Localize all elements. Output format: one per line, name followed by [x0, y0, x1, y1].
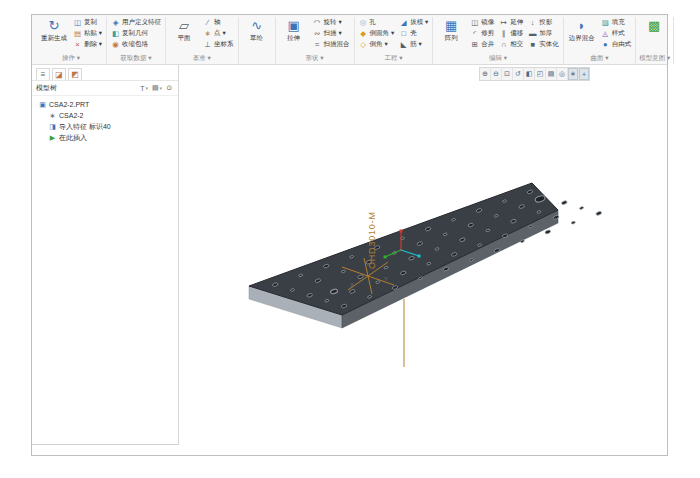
merge-button[interactable]: ⊞合并 — [469, 39, 495, 50]
view-manager-button[interactable]: ▤ — [546, 68, 557, 80]
ribbon-group-shapes: ▣ 拉伸 ◠旋转 ▾ ∾扫描 ▾ ≈扫描混合 形状 ▾ — [276, 17, 355, 64]
group-label-shapes[interactable]: 形状 ▾ — [279, 52, 351, 63]
tab-model-tree[interactable]: ≡ — [36, 68, 50, 80]
offset-button[interactable]: ∥偏移 — [498, 28, 524, 39]
revolve-button[interactable]: ◠旋转 ▾ — [312, 17, 351, 28]
feature-icon: ∗ — [48, 112, 57, 120]
refit-icon: ⊡ — [504, 70, 510, 78]
model-tree-icon: ≡ — [41, 70, 46, 79]
tree-search-button[interactable]: ⊙ — [164, 84, 174, 92]
extrude-icon: ▣ — [287, 17, 299, 34]
zoom-in-button[interactable]: ⊕ — [480, 68, 491, 80]
shell-button[interactable]: □壳 — [398, 28, 429, 39]
project-icon: ↓ — [528, 18, 537, 27]
pattern-button[interactable]: ▦ 阵列 — [436, 17, 466, 42]
tab-folder-browser[interactable]: ◪ — [52, 68, 66, 80]
point-button[interactable]: ∗点 ▾ — [202, 28, 235, 39]
mirror-button[interactable]: ◫镜像 — [469, 17, 495, 28]
freestyle-button[interactable]: ●自由式 — [600, 39, 633, 50]
copy-button[interactable]: ◫复制 — [72, 17, 103, 28]
refit-button[interactable]: ⊡ — [502, 68, 513, 80]
saved-orientations-button[interactable]: ◰ — [535, 68, 546, 80]
model-intent-button[interactable]: ▩ — [639, 17, 669, 34]
datum-display-button[interactable]: ◎ — [557, 68, 568, 80]
ribbon: ↻ 重新生成 ◫复制 ▤粘贴 ▾ ×删除 ▾ 操作 ▾ ◈用户定义特征 ◧复制几… — [32, 15, 667, 65]
draft-button[interactable]: ◢拔模 ▾ — [398, 17, 429, 28]
group-label-engineering[interactable]: 工程 ▾ — [358, 52, 430, 63]
saved-orientations-icon: ◰ — [537, 70, 544, 78]
ribbon-group-get-data: ◈用户定义特征 ◧复制几何 ◉收缩包络 获取数据 ▾ — [107, 17, 166, 64]
tab-favorites[interactable]: ◩ — [68, 68, 82, 80]
zoom-out-button[interactable]: ⊖ — [491, 68, 502, 80]
csys-icon: ⊥ — [203, 40, 212, 49]
spin-center-button[interactable]: + — [579, 68, 589, 80]
chevron-down-icon: ▾ — [145, 85, 148, 91]
csys-button[interactable]: ⊥坐标系 — [202, 39, 235, 50]
intersect-icon: ∩ — [499, 40, 508, 49]
rib-button[interactable]: ◣筋 ▾ — [398, 39, 429, 50]
repaint-button[interactable]: ↺ — [513, 68, 524, 80]
sweep-icon: ∾ — [313, 29, 322, 38]
boundary-blend-icon: ◗ — [578, 17, 586, 34]
pattern-icon: ▦ — [445, 17, 457, 34]
copy-geometry-button[interactable]: ◧复制几何 — [110, 28, 162, 39]
tree-show-button[interactable]: T▾ — [138, 85, 150, 92]
thicken-button[interactable]: ▬加厚 — [527, 28, 560, 39]
paste-button[interactable]: ▤粘贴 ▾ — [72, 28, 103, 39]
zoom-out-icon: ⊖ — [493, 70, 499, 78]
navigator-tabs: ≡ ◪ ◩ — [32, 65, 178, 81]
group-label-get-data[interactable]: 获取数据 ▾ — [110, 52, 162, 63]
style-icon: ◬ — [601, 29, 610, 38]
extrude-button[interactable]: ▣ 拉伸 — [279, 17, 309, 42]
delete-icon: × — [73, 40, 82, 49]
insert-here-icon: ▶ — [48, 134, 57, 142]
solidify-button[interactable]: ■实体化 — [527, 39, 560, 50]
project-button[interactable]: ↓投影 — [527, 17, 560, 28]
annotation-display-icon: ∗ — [570, 70, 576, 78]
sweep-blend-button[interactable]: ≈扫描混合 — [312, 39, 351, 50]
round-button[interactable]: ◆倒圆角 ▾ — [358, 28, 396, 39]
sketch-button[interactable]: ∿ 草绘 — [242, 17, 272, 42]
extend-icon: ↦ — [499, 18, 508, 27]
regenerate-button[interactable]: ↻ 重新生成 — [39, 17, 69, 42]
plane-button[interactable]: ▱ 平面 — [169, 17, 199, 42]
spin-center-icon: + — [582, 71, 586, 78]
udf-button[interactable]: ◈用户定义特征 — [110, 17, 162, 28]
rib-icon: ◣ — [399, 40, 408, 49]
extend-button[interactable]: ↦延伸 — [498, 17, 524, 28]
tree-settings-button[interactable]: ▤▾ — [150, 84, 164, 92]
axis-button[interactable]: ∕轴 — [202, 17, 235, 28]
hole-button[interactable]: ◎孔 — [358, 17, 396, 28]
tree-item-csys[interactable]: ∗CSA2-2 — [34, 110, 176, 121]
shrinkwrap-button[interactable]: ◉收缩包络 — [110, 39, 162, 50]
datum-display-icon: ◎ — [559, 70, 565, 78]
chamfer-button[interactable]: ◇倒角 ▾ — [358, 39, 396, 50]
annotation-display-button[interactable]: ∗ — [568, 68, 579, 80]
copy-geometry-icon: ◧ — [111, 29, 120, 38]
svg-text:Y: Y — [384, 276, 388, 282]
fill-button[interactable]: ▨填充 — [600, 17, 633, 28]
tree-item-insert-here[interactable]: ▶在此插入 — [34, 132, 176, 143]
group-label-model-intent[interactable]: 模型意图 ▾ — [639, 52, 670, 63]
sweep-button[interactable]: ∾扫描 ▾ — [312, 28, 351, 39]
chevron-down-icon: ▾ — [160, 85, 163, 91]
group-label-editing[interactable]: 编辑 ▾ — [436, 52, 560, 63]
model-tree-header: 模型树 T▾ ▤▾ ⊙ — [32, 81, 178, 96]
group-label-surfaces[interactable]: 曲面 ▾ — [567, 52, 633, 63]
group-label-operations[interactable]: 操作 ▾ — [39, 52, 103, 63]
intersect-button[interactable]: ∩相交 — [498, 39, 524, 50]
freestyle-icon: ● — [601, 40, 610, 49]
tree-item-import-feature[interactable]: ◨导入特征 标识40 — [34, 121, 176, 132]
chamfer-icon: ◇ — [359, 40, 368, 49]
ribbon-group-editing: ▦ 阵列 ◫镜像 ◜修剪 ⊞合并 ↦延伸 ∥偏移 ∩相交 ↓投影 ▬加厚 ■实体… — [433, 17, 564, 64]
sweep-blend-icon: ≈ — [313, 40, 322, 49]
trim-button[interactable]: ◜修剪 — [469, 28, 495, 39]
style-button[interactable]: ◬样式 — [600, 28, 633, 39]
group-label-datum[interactable]: 基准 ▾ — [169, 52, 235, 63]
delete-button[interactable]: ×删除 ▾ — [72, 39, 103, 50]
display-style-button[interactable]: ◧ — [524, 68, 535, 80]
tree-item-part[interactable]: ▣CSA2-2.PRT — [34, 99, 176, 110]
boundary-blend-button[interactable]: ◗ 边界混合 — [567, 17, 597, 42]
model-tree-title: 模型树 — [36, 83, 138, 93]
trim-icon: ◜ — [470, 29, 479, 38]
